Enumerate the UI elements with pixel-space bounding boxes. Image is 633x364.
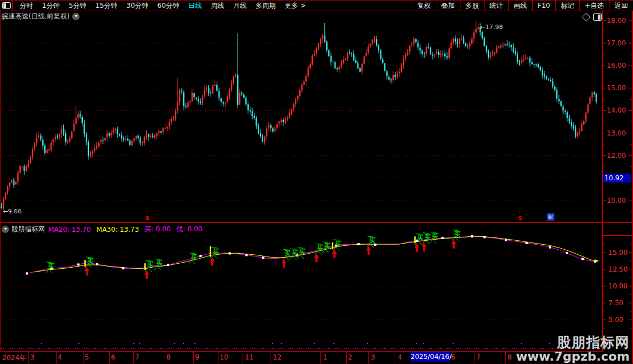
menu-item-zhouxian[interactable]: 周线 [206, 1, 229, 11]
buy-signal: 买 [369, 237, 375, 244]
month-label-10: 10 [220, 353, 228, 361]
buy-arrow [145, 270, 150, 279]
month-label-3: 3 [30, 353, 35, 361]
month-label-4: 4 [58, 353, 62, 361]
line-marker [483, 236, 486, 238]
signal-tick [210, 246, 212, 257]
buy-signal: 买 [334, 240, 341, 248]
month-separator [165, 352, 165, 363]
chevron-down-icon[interactable] [2, 226, 9, 233]
menu-item-fenshi[interactable]: 分时 [15, 1, 38, 11]
zero-dot [78, 343, 80, 344]
line-marker [581, 258, 584, 260]
buy-signal: 买 [316, 244, 323, 251]
watermark-site-name: 股朋指标网 [516, 335, 630, 350]
buy-arrow [332, 250, 337, 258]
menu-item-60min[interactable]: 60分钟 [153, 1, 184, 11]
line-marker [77, 263, 80, 265]
month-separator [474, 352, 474, 363]
app-window: $$财买买买买买买买买买买买买买买买买买 分时1分钟5分钟15分钟30分钟60分… [0, 0, 633, 364]
menu-item-zixuan[interactable]: +自选 [579, 1, 609, 11]
buy-signal: 买 [147, 261, 153, 268]
month-separator [368, 352, 369, 363]
buy-signal: 买 [417, 234, 423, 241]
month-label-3: 3 [371, 353, 375, 361]
signal-tick [415, 236, 416, 243]
buy-signal-leg [337, 248, 339, 251]
line-marker [525, 242, 528, 244]
menu-item-1min[interactable]: 1分钟 [38, 1, 64, 11]
month-separator [133, 352, 134, 363]
indicator-label-5.00: 5.00 [608, 316, 623, 324]
buy-signal: 买 [190, 254, 197, 261]
price-label-12.00: 12.00 [607, 152, 626, 160]
tools-menu: 复权叠加多股统计画线F10标记+自选返回 [412, 1, 633, 11]
line-marker [441, 237, 444, 239]
menu-item-duogu[interactable]: 多股 [460, 1, 484, 11]
menu-item-biaoji[interactable]: 标记 [555, 1, 579, 11]
buy-signal-leg [430, 240, 432, 243]
buy-arrow [282, 259, 287, 268]
zero-dot [272, 343, 273, 344]
buy-signal: 买 [284, 250, 291, 257]
signal-tick [332, 242, 334, 249]
candles [1, 21, 597, 210]
period-menu: 分时1分钟5分钟15分钟30分钟60分钟日线周线月线多周期更多 > [15, 1, 310, 11]
menu-item-duozhouqi[interactable]: 多周期 [251, 1, 280, 11]
menu-item-tongji[interactable]: 统计 [484, 1, 508, 11]
zero-dot [453, 343, 454, 344]
menu-item-diejia[interactable]: 叠加 [436, 1, 460, 11]
menu-item-gengduo[interactable]: 更多 > [280, 1, 310, 11]
month-label-9: 9 [195, 353, 199, 361]
buy-signal-leg [149, 269, 152, 272]
month-label-6: 6 [111, 353, 115, 361]
chevron-down-icon[interactable] [72, 13, 80, 20]
line-end-arrow [595, 259, 599, 263]
menu-item-15min[interactable]: 15分钟 [91, 1, 122, 11]
zero-dot [367, 343, 368, 344]
price-label-13.00: 13.00 [607, 129, 626, 137]
menu-item-huaxian[interactable]: 画线 [508, 1, 532, 11]
buy-signal-leg [294, 257, 296, 260]
buy-arrow [314, 254, 319, 262]
buy-arrow [366, 246, 371, 255]
buy-arrow [422, 243, 427, 251]
price-label-14.00: 14.00 [607, 106, 626, 114]
buy-signal-leg [50, 270, 53, 273]
line-marker [245, 254, 248, 256]
zero-dot [194, 343, 196, 344]
menu-item-5min[interactable]: 5分钟 [64, 1, 91, 11]
month-label-1: 1 [323, 353, 328, 361]
dividend-icon: $ [518, 214, 522, 222]
report-icon-label: 财 [548, 214, 553, 220]
menu-item-rixian[interactable]: 日线 [184, 1, 206, 11]
menu-item-fanhui[interactable]: 返回 [609, 1, 633, 11]
buy-signal: 买 [299, 248, 305, 255]
menu-item-fuquan[interactable]: 复权 [412, 1, 436, 11]
month-label-12: 12 [273, 353, 281, 361]
layout-toggle-button[interactable] [0, 1, 13, 11]
diamond-icon[interactable] [582, 13, 591, 22]
month-label-7: 7 [476, 353, 481, 361]
buy-arrow [210, 258, 215, 266]
buy-signal: 买 [431, 232, 438, 240]
buy-signal-leg [89, 265, 92, 268]
date-axis[interactable]: 2025/04/16/三 2024年34567891011121234678 [0, 351, 603, 364]
price-label-15.00: 15.00 [607, 84, 626, 92]
page-title: 皖通高速(日线.前复权) [2, 12, 69, 21]
maximize-panel-icon[interactable] [593, 13, 602, 21]
chart-corner-icons [583, 13, 602, 21]
line-marker [505, 239, 507, 241]
indicator-name[interactable]: 股朋指标网 [11, 225, 45, 234]
buy-signal-leg [286, 258, 289, 260]
menu-item-f10[interactable]: F10 [532, 1, 555, 11]
month-separator [83, 352, 83, 363]
line-marker [26, 272, 28, 274]
menu-item-30min[interactable]: 30分钟 [122, 1, 153, 11]
menu-item-yuexian[interactable]: 月线 [229, 1, 251, 11]
line-marker [471, 235, 473, 237]
price-label-18.00: 18.00 [607, 17, 626, 25]
line-marker [357, 243, 360, 245]
buy-signal-leg [434, 240, 436, 243]
zero-dot [133, 343, 134, 344]
